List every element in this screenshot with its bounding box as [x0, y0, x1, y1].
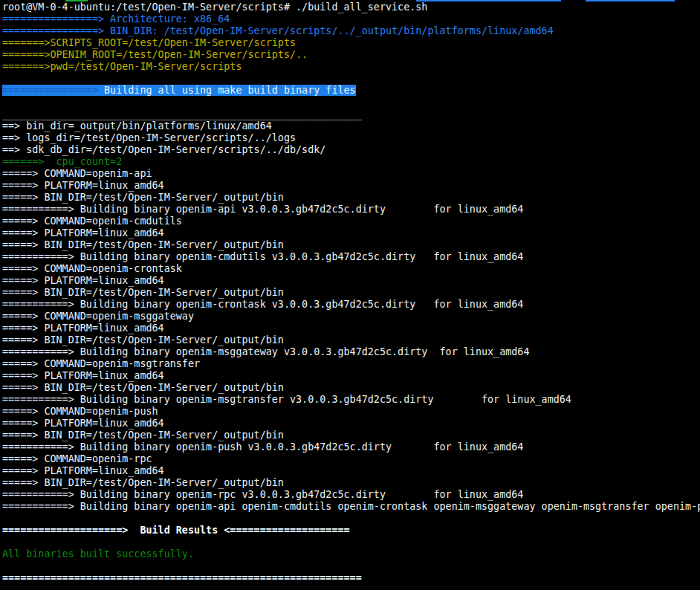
bin-dir-line: ================> BIN_DIR: /test/Open-IM… [2, 25, 700, 37]
command-line-msggateway: =====> COMMAND=openim-msggateway [2, 311, 700, 322]
building-all-binaries-line: ===========> Building binary openim-api … [2, 501, 700, 513]
banner-arrow: ===============> [2, 85, 98, 96]
build-all-banner: ===============> Building all using make… [2, 85, 700, 97]
terminal-window[interactable]: root@VM-0-4-ubuntu:/test/Open-IM-Server/… [0, 0, 700, 590]
blank-line [2, 536, 700, 548]
command-line-crontask: =====> COMMAND=openim-crontask [2, 263, 700, 275]
bindir-line: =====> BIN_DIR=/test/Open-IM-Server/_out… [2, 192, 700, 204]
building-line-crontask: ===========> Building binary openim-cron… [2, 299, 700, 311]
command-line-api: =====> COMMAND=openim-api [2, 168, 700, 180]
building-line-msgtransfer: ===========> Building binary openim-msgt… [2, 394, 700, 406]
platform-line: =====> PLATFORM=linux_amd64 [2, 180, 700, 192]
banner-label: Building all using make build binary fil… [98, 85, 356, 96]
terminal-screen: root@VM-0-4-ubuntu:/test/Open-IM-Server/… [2, 1, 700, 584]
bindir-line: =====> BIN_DIR=/test/Open-IM-Server/_out… [2, 477, 700, 489]
building-line-msggateway: ===========> Building binary openim-msgg… [2, 346, 700, 358]
sdk-db-dir-line: ==> sdk_db_dir=/test/Open-IM-Server/scri… [2, 144, 700, 156]
prompt-command-line: root@VM-0-4-ubuntu:/test/Open-IM-Server/… [2, 1, 700, 13]
scripts-root-line: =======>SCRIPTS_ROOT=/test/Open-IM-Serve… [2, 37, 700, 49]
cpu-count-line: ======> cpu_count=2 [2, 156, 700, 168]
building-line-api: ===========> Building binary openim-api … [2, 204, 700, 215]
openim-root-line: =======>OPENIM_ROOT=/test/Open-IM-Server… [2, 49, 700, 61]
bindir-line: =====> BIN_DIR=/test/Open-IM-Server/_out… [2, 239, 700, 251]
separator-underscore-line: ________________________________________… [2, 108, 700, 120]
pwd-line: =======>pwd=/test/Open-IM-Server/scripts [2, 61, 700, 73]
command-line-msgtransfer: =====> COMMAND=openim-msgtransfer [2, 358, 700, 370]
blank-line [2, 97, 700, 108]
bindir-line: =====> BIN_DIR=/test/Open-IM-Server/_out… [2, 334, 700, 346]
platform-line: =====> PLATFORM=linux_amd64 [2, 418, 700, 429]
blank-line [2, 513, 700, 525]
platform-line: =====> PLATFORM=linux_amd64 [2, 275, 700, 287]
command-line-push: =====> COMMAND=openim-push [2, 406, 700, 418]
building-line-push: ===========> Building binary openim-push… [2, 441, 700, 453]
platform-line: =====> PLATFORM=linux_amd64 [2, 322, 700, 334]
building-line-cmdutils: ===========> Building binary openim-cmdu… [2, 251, 700, 263]
logs-dir-line: ==> logs_dir=/test/Open-IM-Server/script… [2, 132, 700, 144]
bin-dir-var-line: ==> bin_dir=_output/bin/platforms/linux/… [2, 120, 700, 132]
command-line-cmdutils: =====> COMMAND=openim-cmdutils [2, 215, 700, 227]
building-line-rpc: ===========> Building binary openim-rpc … [2, 489, 700, 501]
bindir-line: =====> BIN_DIR=/test/Open-IM-Server/_out… [2, 287, 700, 299]
platform-line: =====> PLATFORM=linux_amd64 [2, 227, 700, 239]
build-results-header: ====================> Build Results <===… [2, 525, 700, 536]
bindir-line: =====> BIN_DIR=/test/Open-IM-Server/_out… [2, 382, 700, 394]
blank-line [2, 73, 700, 85]
blank-line [2, 560, 700, 572]
footer-separator-line: ========================================… [2, 572, 700, 584]
command-line-rpc: =====> COMMAND=openim-rpc [2, 453, 700, 465]
bindir-line: =====> BIN_DIR=/test/Open-IM-Server/_out… [2, 429, 700, 441]
platform-line: =====> PLATFORM=linux_amd64 [2, 465, 700, 477]
architecture-line: ================> Architecture: x86_64 [2, 13, 700, 25]
build-success-line: All binaries built successfully. [2, 548, 700, 560]
platform-line: =====> PLATFORM=linux_amd64 [2, 370, 700, 382]
